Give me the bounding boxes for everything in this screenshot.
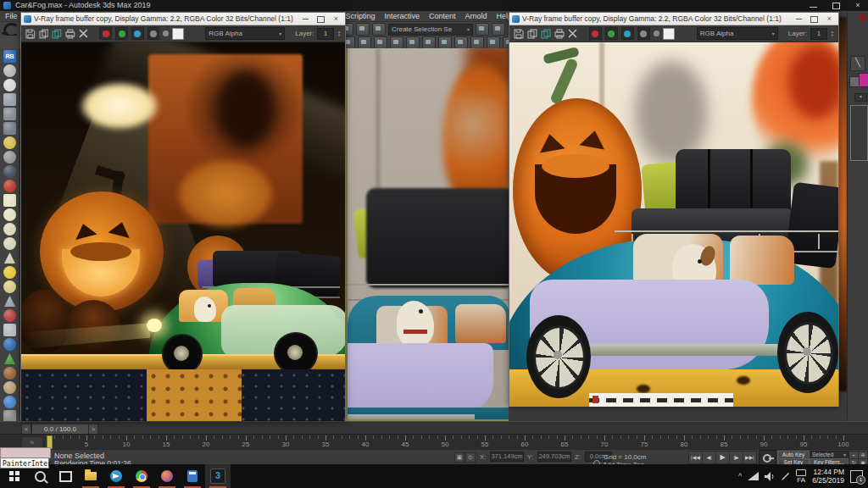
file-explorer-app[interactable]	[78, 464, 103, 488]
red-cluster-icon[interactable]	[3, 180, 16, 192]
book-icon[interactable]	[374, 36, 387, 49]
vfb-title-bar[interactable]: V-Ray frame buffer copy, Display Gamma: …	[509, 13, 838, 25]
layer-stepper[interactable]: ▲▼	[831, 30, 834, 37]
sphere-yellow-icon[interactable]	[3, 280, 16, 293]
layer-value-field[interactable]: 1	[810, 28, 827, 40]
print-image-button[interactable]	[65, 29, 75, 39]
isolate-selection-toggle[interactable]: ▣	[454, 452, 465, 463]
minimize-button[interactable]	[804, 0, 824, 11]
align-icon[interactable]	[492, 23, 505, 36]
layer-stepper[interactable]: ▲▼	[337, 30, 341, 37]
clone-buffer-button[interactable]	[52, 29, 62, 39]
tree-icon[interactable]	[3, 352, 16, 365]
calculator-app[interactable]	[180, 464, 205, 488]
restore-button[interactable]	[826, 0, 846, 11]
vfb-window-left[interactable]: V-Ray frame buffer copy, Display Gamma: …	[20, 12, 346, 421]
maxscript-listener[interactable]: PainterInter	[0, 458, 49, 469]
menu-content[interactable]: Content	[429, 12, 456, 20]
action-center-icon[interactable]: 1	[850, 470, 863, 483]
selection-set-dropdown[interactable]: Create Selection Se▾	[388, 24, 473, 36]
viewport-render[interactable]	[346, 48, 509, 421]
background-color-swatch[interactable]	[172, 28, 184, 40]
vray-plane-light-icon[interactable]	[3, 194, 16, 207]
vray-sun-icon[interactable]	[3, 266, 16, 279]
menu-scripting[interactable]: Scripting	[346, 12, 376, 20]
clear-image-button[interactable]	[79, 29, 88, 38]
monochrome-toggle[interactable]	[654, 30, 659, 36]
torus-icon[interactable]	[422, 36, 436, 49]
play-box-icon[interactable]	[470, 36, 484, 49]
3dsmax-app[interactable]: 3	[205, 464, 231, 488]
y-coordinate-field[interactable]: 249.703cm	[537, 452, 571, 462]
vfb-minimize-button[interactable]	[793, 14, 805, 24]
vfb-close-button[interactable]: ×	[823, 14, 836, 24]
spray-icon[interactable]	[3, 151, 16, 164]
channel-select-dropdown[interactable]: RGB Alpha ▾	[205, 27, 285, 40]
night-sphere-icon[interactable]	[3, 165, 16, 178]
menu-interactive[interactable]: Interactive	[385, 12, 420, 20]
unlink-selection-icon[interactable]	[356, 23, 370, 36]
blue-channel-toggle[interactable]	[131, 27, 144, 40]
speaker-icon[interactable]	[765, 472, 775, 481]
render-canvas-night[interactable]	[21, 42, 345, 421]
menu-arnold[interactable]: Arnold	[465, 12, 487, 20]
x-coordinate-field[interactable]: 371.149cm	[490, 452, 524, 462]
rock-icon[interactable]	[3, 381, 16, 394]
media-app[interactable]	[154, 464, 180, 488]
mail-icon[interactable]	[3, 324, 16, 336]
capsule-icon[interactable]	[3, 309, 16, 322]
tray-expand-icon[interactable]: ^	[738, 472, 742, 480]
background-color-swatch[interactable]	[663, 28, 675, 40]
selection-lock-toggle[interactable]: ⊙	[465, 452, 476, 463]
vray-mesh-light-icon[interactable]	[3, 237, 16, 250]
save-image-button[interactable]	[25, 29, 36, 39]
chrome-app[interactable]	[129, 464, 154, 488]
blue-sphere-icon[interactable]	[3, 396, 16, 408]
vfb-minimize-button[interactable]	[299, 14, 312, 24]
print-image-button[interactable]	[554, 29, 565, 39]
task-view-button[interactable]	[53, 464, 78, 488]
taskbar-clock[interactable]: 12:44 PM 6/25/2019	[812, 468, 844, 485]
go-to-start-button[interactable]: |◀◀	[688, 451, 703, 464]
grid-array-icon[interactable]	[3, 108, 16, 120]
alpha-channel-toggle[interactable]	[147, 27, 160, 40]
next-frame-button[interactable]: |▶	[729, 451, 743, 464]
play-button[interactable]: ▶	[715, 451, 730, 464]
cone-icon[interactable]	[390, 36, 403, 49]
mirror-icon[interactable]	[476, 23, 489, 36]
cloud-icon[interactable]	[3, 79, 16, 92]
go-to-end-button[interactable]: ▶▶|	[743, 451, 757, 464]
document-icon[interactable]	[406, 36, 420, 49]
copy-image-button[interactable]	[527, 29, 537, 39]
monochrome-toggle[interactable]	[163, 30, 169, 36]
earth-icon[interactable]	[3, 338, 16, 351]
bitmap-icon[interactable]	[3, 93, 16, 106]
clone-buffer-button[interactable]	[541, 29, 551, 39]
sphere-box-icon[interactable]	[438, 36, 452, 49]
clear-image-button[interactable]	[568, 29, 577, 38]
telegram-app[interactable]	[103, 464, 129, 488]
vfb-window-right[interactable]: V-Ray frame buffer copy, Display Gamma: …	[509, 12, 839, 407]
language-indicator[interactable]: FA	[796, 469, 806, 484]
magenta-swatch[interactable]	[859, 73, 868, 87]
save-image-button[interactable]	[514, 29, 524, 39]
vfb-close-button[interactable]: ×	[330, 14, 342, 24]
blue-channel-toggle[interactable]	[621, 27, 634, 40]
line-tool-icon[interactable]: ╲	[850, 56, 865, 71]
vfb-maximize-button[interactable]	[808, 14, 821, 24]
green-channel-toggle[interactable]	[115, 27, 128, 40]
layer-value-field[interactable]: 1	[317, 28, 334, 40]
network-icon[interactable]	[748, 472, 759, 481]
close-button[interactable]: ×	[848, 0, 868, 11]
rain-lines-icon[interactable]	[3, 295, 16, 308]
light-lister-icon[interactable]	[3, 136, 16, 149]
horse-icon[interactable]	[3, 367, 16, 380]
red-channel-toggle[interactable]	[99, 27, 112, 40]
vray-sphere-light-icon[interactable]	[3, 208, 16, 221]
channel-select-dropdown[interactable]: RGB Alpha ▾	[697, 27, 778, 40]
vray-dome-light-icon[interactable]	[3, 223, 16, 236]
vfb-maximize-button[interactable]	[314, 14, 327, 24]
grid-array-alt-icon[interactable]	[3, 122, 16, 135]
vfb-title-bar[interactable]: V-Ray frame buffer copy, Display Gamma: …	[21, 13, 345, 25]
red-channel-toggle[interactable]	[589, 27, 602, 40]
